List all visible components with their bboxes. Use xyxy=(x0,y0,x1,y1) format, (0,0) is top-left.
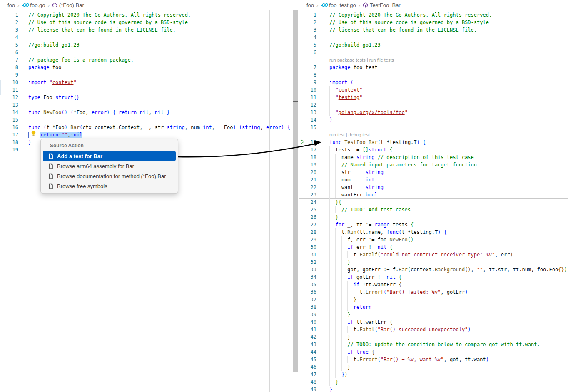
code-line[interactable]: 12type Foo struct{} xyxy=(0,94,293,101)
code-editor-foo-go[interactable]: 1// Copyright 2020 The Go Authors. All r… xyxy=(0,10,293,154)
code-line[interactable]: 25 // TODO: Add test cases. xyxy=(299,206,568,213)
code-line[interactable]: 28 t.Run(tt.name, func(t *testing.T) { xyxy=(299,228,568,236)
code-line[interactable]: 20 str string xyxy=(299,169,568,176)
right-editor-pane[interactable]: foo›-GOfoo_test.go›TestFoo_Bar 1// Copyr… xyxy=(299,0,568,392)
code-line[interactable]: 44 if true { xyxy=(299,348,568,356)
gutter: 12 xyxy=(0,94,18,101)
code-line[interactable]: 26 } xyxy=(299,213,568,221)
indent-guide xyxy=(335,348,336,356)
code-line[interactable]: 4 xyxy=(0,34,293,41)
breadcrumb-item[interactable]: -GOfoo.go xyxy=(22,2,45,8)
indent-guide xyxy=(329,258,330,266)
code-line[interactable]: 9import ( xyxy=(299,79,568,86)
code-line[interactable]: 1// Copyright 2020 The Go Authors. All r… xyxy=(299,11,568,19)
code-line[interactable]: 23 wantErr bool xyxy=(299,191,568,198)
code-line[interactable]: 29 f, err := foo.NewFoo() xyxy=(299,236,568,243)
code-line[interactable]: 16func TestFoo_Bar(t *testing.T) { xyxy=(299,139,568,146)
code-line[interactable]: 47 }) xyxy=(299,371,568,378)
code-line[interactable]: 13 xyxy=(0,101,293,109)
code-line[interactable]: 8 xyxy=(299,71,568,79)
code-line[interactable]: 33 got, gotErr := f.Bar(context.Backgrou… xyxy=(299,266,568,273)
code-line[interactable]: 18 name string // description of this te… xyxy=(299,154,568,161)
code-line[interactable]: 48 } xyxy=(299,378,568,386)
code-line-text: return xyxy=(316,303,568,311)
menu-item-add-a-test-for-bar[interactable]: Add a test for Bar xyxy=(43,151,176,161)
line-number: 26 xyxy=(311,214,316,220)
code-line-text: t.Errorf("Bar() failed: %v", gotErr) xyxy=(316,288,568,296)
code-line[interactable]: 17return·"",·nil xyxy=(0,131,293,139)
code-line[interactable]: 17 tests := []struct { xyxy=(299,146,568,154)
code-line[interactable]: 6 xyxy=(0,49,293,56)
menu-item-browse-free-symbols[interactable]: Browse free symbols xyxy=(41,181,178,191)
code-line[interactable]: 30 if err != nil { xyxy=(299,243,568,251)
code-line[interactable]: 39 } xyxy=(299,311,568,318)
code-line[interactable]: 37 } xyxy=(299,296,568,303)
gutter: 13 xyxy=(299,109,316,116)
code-line-text: //go:build go1.23 xyxy=(18,41,293,49)
editor-split-sash[interactable] xyxy=(293,10,298,372)
code-line[interactable]: 41 t.Fatal("Bar() succeeded unexpectedly… xyxy=(299,326,568,333)
code-line[interactable]: 27 for _, tt := range tests { xyxy=(299,221,568,228)
code-line[interactable]: 35 if !tt.wantErr { xyxy=(299,281,568,288)
code-line[interactable]: 32 } xyxy=(299,258,568,266)
code-line[interactable]: 5//go:build go1.23 xyxy=(0,41,293,49)
codelens-row[interactable]: run package tests | run file tests xyxy=(299,56,568,64)
code-line[interactable]: 45 t.Errorf("Bar() = %v, want %v", got, … xyxy=(299,356,568,363)
code-line[interactable]: 15 xyxy=(299,124,568,131)
code-line[interactable]: 3// license that can be found in the LIC… xyxy=(299,26,568,34)
breadcrumb-item[interactable]: TestFoo_Bar xyxy=(363,2,401,8)
code-line[interactable]: 43 // TODO: update the condition below t… xyxy=(299,341,568,348)
code-line[interactable]: 8package foo xyxy=(0,64,293,71)
code-line[interactable]: 7// package foo is a random package. xyxy=(0,56,293,64)
code-line[interactable]: 49} xyxy=(299,386,568,392)
lightbulb-icon[interactable] xyxy=(30,130,37,139)
code-line[interactable]: 1// Copyright 2020 The Go Authors. All r… xyxy=(0,11,293,19)
code-line[interactable]: 5//go:build go1.23 xyxy=(299,41,568,49)
codelens[interactable]: run test | debug test xyxy=(316,131,568,139)
gutter: 11 xyxy=(299,94,316,101)
menu-item-browse-arm64-assembly-for-bar[interactable]: Browse arm64 assembly for Bar xyxy=(41,161,178,171)
code-line[interactable]: 11 xyxy=(0,86,293,94)
code-line[interactable]: 6 xyxy=(299,49,568,56)
code-editor-foo-test-go[interactable]: 1// Copyright 2020 The Go Authors. All r… xyxy=(299,10,568,392)
code-line[interactable]: 15 xyxy=(0,116,293,124)
code-line[interactable]: 46 } xyxy=(299,363,568,371)
code-line[interactable]: 10 "context" xyxy=(299,86,568,94)
code-line[interactable]: 7package foo_test xyxy=(299,64,568,71)
code-line[interactable]: 40 if tt.wantErr { xyxy=(299,318,568,326)
codelens-row[interactable]: run test | debug test xyxy=(299,131,568,139)
code-line[interactable]: 21 num int xyxy=(299,176,568,184)
code-line[interactable]: 16func (f *Foo) Bar(ctx context.Context,… xyxy=(0,124,293,131)
code-line[interactable]: 13 "golang.org/x/tools/foo" xyxy=(299,109,568,116)
code-line[interactable]: 4 xyxy=(299,34,568,41)
line-number: 10 xyxy=(311,87,316,93)
breadcrumb-item[interactable]: -GOfoo_test.go xyxy=(321,2,356,8)
menu-item-browse-documentation-for-method-foo-bar[interactable]: Browse documentation for method (*Foo).B… xyxy=(41,171,178,181)
run-test-button[interactable] xyxy=(300,139,305,146)
left-editor-pane[interactable]: foo›-GOfoo.go›(*Foo).Bar 1// Copyright 2… xyxy=(0,0,293,392)
code-line[interactable]: 42 } xyxy=(299,333,568,341)
breadcrumb-item[interactable]: foo xyxy=(306,2,314,8)
source-action-menu: Source Action Add a test for BarBrowse a… xyxy=(40,139,178,194)
indent-guide xyxy=(335,243,336,251)
code-line[interactable]: 22 want string xyxy=(299,184,568,191)
code-line[interactable]: 10import "context" xyxy=(0,79,293,86)
breadcrumb-item[interactable]: (*Foo).Bar xyxy=(52,2,84,8)
code-line[interactable]: 36 t.Errorf("Bar() failed: %v", gotErr) xyxy=(299,288,568,296)
code-line[interactable]: 31 t.Fatalf("could not contruct receiver… xyxy=(299,251,568,258)
code-line[interactable]: 34 if gotErr != nil { xyxy=(299,273,568,281)
code-line[interactable]: 38 return xyxy=(299,303,568,311)
codelens[interactable]: run package tests | run file tests xyxy=(316,56,568,64)
code-line[interactable]: 2// Use of this source code is governed … xyxy=(299,19,568,26)
indent-guide xyxy=(329,198,330,206)
code-line[interactable]: 14func NewFoo() (*Foo, error) { return n… xyxy=(0,109,293,116)
breadcrumb-item[interactable]: foo xyxy=(7,2,15,8)
code-line[interactable]: 14) xyxy=(299,116,568,124)
code-line[interactable]: 3// license that can be found in the LIC… xyxy=(0,26,293,34)
code-line[interactable]: 9 xyxy=(0,71,293,79)
code-line[interactable]: 2// Use of this source code is governed … xyxy=(0,19,293,26)
code-line[interactable]: 19 // Named input parameters for target … xyxy=(299,161,568,169)
code-line[interactable]: 12 xyxy=(299,101,568,109)
code-line[interactable]: 11 "testing" xyxy=(299,94,568,101)
code-line[interactable]: 24 }{ xyxy=(299,198,568,206)
